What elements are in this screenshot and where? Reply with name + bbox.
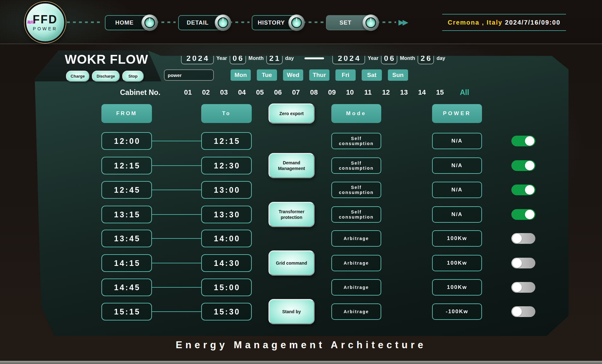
demand-management-button[interactable]: Demand Management bbox=[268, 153, 315, 178]
row-enable-toggle[interactable] bbox=[511, 233, 535, 244]
time-connector-line bbox=[152, 311, 201, 312]
mode-value-box[interactable]: Arbitrage bbox=[331, 279, 381, 296]
power-value-box[interactable]: N/A bbox=[432, 157, 482, 174]
stand-by-button[interactable]: Stand by bbox=[268, 299, 315, 324]
mode-column-header[interactable]: Mode bbox=[331, 104, 381, 123]
weekday-fri-button[interactable]: Fri bbox=[335, 69, 356, 81]
charge-button[interactable]: Charge bbox=[66, 71, 89, 82]
transformer-protection-button[interactable]: Transformer protection bbox=[268, 202, 315, 227]
to-month-field[interactable]: 06 bbox=[381, 52, 397, 64]
to-time-box[interactable]: 12:15 bbox=[201, 132, 252, 150]
mode-value-box[interactable]: Self consumption bbox=[331, 133, 381, 149]
mode-value-box[interactable]: Self consumption bbox=[331, 182, 381, 198]
from-time-box[interactable]: 12:15 bbox=[101, 157, 152, 174]
row-enable-toggle[interactable] bbox=[511, 306, 535, 317]
cabinet-number-07[interactable]: 07 bbox=[290, 88, 302, 97]
cabinet-label: Cabinet No. bbox=[120, 88, 182, 97]
from-month-field[interactable]: 06 bbox=[230, 52, 246, 64]
cabinet-number-09[interactable]: 09 bbox=[326, 88, 338, 97]
cabinet-number-05[interactable]: 05 bbox=[254, 88, 266, 97]
power-value-box[interactable]: 100Kw bbox=[432, 255, 482, 271]
power-knob-icon bbox=[141, 15, 158, 31]
row-enable-toggle[interactable] bbox=[511, 160, 535, 171]
from-time-box[interactable]: 12:00 bbox=[101, 132, 152, 150]
power-value-box[interactable]: 100Kw bbox=[432, 279, 482, 296]
to-column-header[interactable]: To bbox=[201, 104, 252, 123]
cabinet-number-12[interactable]: 12 bbox=[380, 88, 392, 97]
zero-export-button[interactable]: Zero export bbox=[268, 103, 315, 124]
power-filter-input[interactable] bbox=[164, 69, 214, 81]
power-value-box[interactable]: 100Kw bbox=[432, 230, 482, 247]
power-value-box[interactable]: N/A bbox=[432, 182, 482, 198]
cabinet-number-13[interactable]: 13 bbox=[398, 88, 410, 97]
nav-connector-dashes bbox=[376, 21, 396, 23]
cabinet-number-11[interactable]: 11 bbox=[362, 88, 374, 97]
mode-value-box[interactable]: Self consumption bbox=[331, 157, 381, 174]
from-time-box[interactable]: 15:15 bbox=[101, 303, 152, 320]
from-day-field[interactable]: 21 bbox=[266, 52, 283, 64]
to-time-box[interactable]: 13:00 bbox=[201, 181, 252, 199]
to-time-box[interactable]: 15:00 bbox=[201, 279, 252, 296]
cabinet-number-10[interactable]: 10 bbox=[344, 88, 356, 97]
weekday-sun-button[interactable]: Sun bbox=[388, 69, 408, 81]
from-time-box[interactable]: 13:45 bbox=[101, 230, 152, 247]
power-value-box[interactable]: -100Kw bbox=[432, 303, 482, 320]
cabinet-number-02[interactable]: 02 bbox=[200, 88, 212, 97]
toggle-knob bbox=[525, 136, 534, 146]
from-column-header[interactable]: FROM bbox=[101, 104, 152, 123]
power-value-box[interactable]: N/A bbox=[432, 133, 482, 149]
to-time-box[interactable]: 14:30 bbox=[201, 254, 252, 272]
time-connector-line bbox=[152, 263, 201, 263]
cabinet-number-01[interactable]: 01 bbox=[182, 88, 194, 97]
to-year-field[interactable]: 2024 bbox=[332, 52, 365, 64]
cabinet-number-14[interactable]: 14 bbox=[416, 88, 428, 97]
power-column-header[interactable]: POWER bbox=[432, 104, 482, 123]
topbar-divider bbox=[0, 44, 602, 44]
to-time-box[interactable]: 14:00 bbox=[201, 230, 252, 247]
time-connector-line bbox=[152, 190, 201, 190]
cabinet-all-button[interactable]: All bbox=[460, 88, 469, 97]
nav-detail-button[interactable]: DETAIL bbox=[178, 15, 228, 30]
row-enable-toggle[interactable] bbox=[511, 209, 535, 220]
to-time-box[interactable]: 15:30 bbox=[201, 303, 252, 320]
row-enable-toggle[interactable] bbox=[511, 185, 535, 195]
schedule-row: 14:4515:00Arbitrage100Kw bbox=[35, 279, 569, 296]
cabinet-number-06[interactable]: 06 bbox=[272, 88, 284, 97]
cabinet-number-03[interactable]: 03 bbox=[218, 88, 230, 97]
cabinet-number-15[interactable]: 15 bbox=[434, 88, 446, 97]
from-time-box[interactable]: 13:15 bbox=[101, 206, 152, 223]
from-time-box[interactable]: 14:15 bbox=[101, 254, 152, 272]
from-year-field[interactable]: 2024 bbox=[181, 52, 214, 64]
logo-subtitle: POWER bbox=[33, 26, 57, 31]
mode-value-box[interactable]: Arbitrage bbox=[331, 303, 381, 320]
mode-value-box[interactable]: Arbitrage bbox=[331, 255, 381, 271]
power-value-box[interactable]: N/A bbox=[432, 206, 482, 223]
cabinet-number-04[interactable]: 04 bbox=[236, 88, 248, 97]
stop-button[interactable]: Stop bbox=[122, 71, 144, 82]
weekday-tue-button[interactable]: Tue bbox=[257, 69, 277, 81]
weekday-mon-button[interactable]: Mon bbox=[231, 69, 251, 81]
nav-connector-dashes bbox=[67, 21, 102, 23]
row-enable-toggle[interactable] bbox=[511, 136, 535, 146]
top-bar: 融经 FFD POWER HOME DETAIL HISTORY SET ▶▶ … bbox=[0, 0, 602, 44]
weekday-wed-button[interactable]: Wed bbox=[283, 69, 303, 81]
cabinet-number-08[interactable]: 08 bbox=[308, 88, 320, 97]
to-time-box[interactable]: 12:30 bbox=[201, 157, 252, 174]
weekday-sat-button[interactable]: Sat bbox=[362, 69, 382, 81]
weekday-thur-button[interactable]: Thur bbox=[309, 69, 329, 81]
to-time-box[interactable]: 13:30 bbox=[201, 206, 252, 223]
mode-value-box[interactable]: Arbitrage bbox=[331, 230, 381, 247]
mode-value-box[interactable]: Self consumption bbox=[331, 206, 381, 223]
row-enable-toggle[interactable] bbox=[511, 258, 535, 268]
from-time-box[interactable]: 14:45 bbox=[101, 279, 152, 296]
grid-command-button[interactable]: Grid command bbox=[268, 250, 315, 276]
row-enable-toggle[interactable] bbox=[511, 282, 535, 293]
discharge-button[interactable]: Discharge bbox=[92, 71, 120, 82]
nav-history-button[interactable]: HISTORY bbox=[252, 15, 302, 30]
nav-set-button[interactable]: SET bbox=[326, 15, 376, 30]
time-connector-line bbox=[152, 165, 201, 166]
from-time-box[interactable]: 12:45 bbox=[101, 181, 152, 199]
nav-home-button[interactable]: HOME bbox=[105, 15, 155, 30]
to-day-field[interactable]: 26 bbox=[418, 52, 434, 64]
logo-title: FFD bbox=[33, 14, 58, 25]
